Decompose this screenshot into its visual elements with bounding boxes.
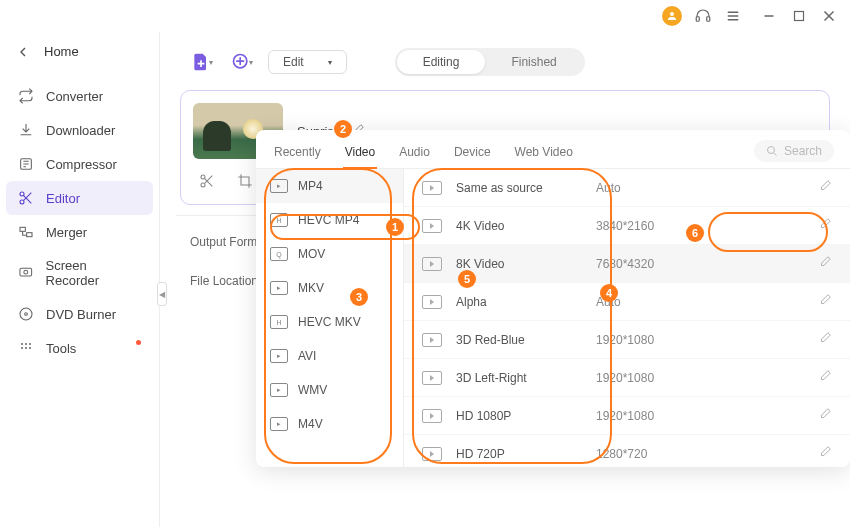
resolution-item[interactable]: 3D Red-Blue1920*1080 (404, 321, 850, 359)
tab-video[interactable]: Video (343, 141, 377, 169)
scissors-icon (18, 190, 34, 206)
edit-preset-icon[interactable] (818, 369, 832, 386)
tab-audio[interactable]: Audio (397, 141, 432, 167)
play-icon (422, 409, 442, 423)
sidebar-item-dvd-burner[interactable]: DVD Burner (0, 297, 159, 331)
format-item-mp4[interactable]: ▸MP4 (256, 169, 403, 203)
format-icon: ▸ (270, 349, 288, 363)
segment-editing[interactable]: Editing (397, 50, 486, 74)
svg-rect-1 (707, 17, 710, 22)
format-icon: H (270, 213, 288, 227)
crop-icon[interactable] (237, 173, 253, 192)
resolution-item[interactable]: HD 720P1280*720 (404, 435, 850, 467)
play-icon (422, 333, 442, 347)
tab-recently[interactable]: Recently (272, 141, 323, 167)
sidebar: Home Converter Downloader Compressor Edi… (0, 32, 160, 527)
sidebar-home[interactable]: Home (0, 36, 159, 67)
play-icon (422, 257, 442, 271)
play-icon (422, 219, 442, 233)
edit-preset-icon[interactable] (818, 255, 832, 272)
format-item-avi[interactable]: ▸AVI (256, 339, 403, 373)
sidebar-home-label: Home (44, 44, 79, 59)
notification-dot (136, 340, 141, 345)
svg-point-20 (21, 343, 23, 345)
sidebar-item-label: Screen Recorder (46, 258, 141, 288)
search-icon (766, 145, 778, 157)
close-button[interactable] (820, 7, 838, 25)
svg-rect-6 (795, 12, 804, 21)
callout-4: 4 (600, 284, 618, 302)
sidebar-item-label: Downloader (46, 123, 115, 138)
cut-icon[interactable] (199, 173, 215, 192)
sidebar-item-tools[interactable]: Tools (0, 331, 159, 365)
play-icon (422, 181, 442, 195)
user-avatar-icon[interactable] (662, 6, 682, 26)
chevron-down-icon: ▾ (328, 58, 332, 67)
callout-2: 2 (334, 120, 352, 138)
popup-search[interactable]: Search (754, 140, 834, 162)
svg-point-21 (25, 343, 27, 345)
sidebar-item-screen-recorder[interactable]: Screen Recorder (0, 249, 159, 297)
edit-preset-icon[interactable] (818, 293, 832, 310)
callout-6: 6 (686, 224, 704, 242)
sidebar-item-label: Tools (46, 341, 76, 356)
sidebar-item-downloader[interactable]: Downloader (0, 113, 159, 147)
edit-preset-icon[interactable] (818, 331, 832, 348)
resolution-item[interactable]: HD 1080P1920*1080 (404, 397, 850, 435)
add-file-button[interactable]: ▾ (188, 48, 216, 76)
format-item-hevc-mkv[interactable]: HHEVC MKV (256, 305, 403, 339)
edit-dropdown[interactable]: Edit ▾ (268, 50, 347, 74)
svg-point-22 (29, 343, 31, 345)
edit-preset-icon[interactable] (818, 179, 832, 196)
toolbar: ▾ ▾ Edit ▾ Editing Finished (176, 40, 834, 84)
tab-device[interactable]: Device (452, 141, 493, 167)
resolution-item[interactable]: 3D Left-Right1920*1080 (404, 359, 850, 397)
svg-point-18 (20, 308, 32, 320)
format-icon: ▸ (270, 281, 288, 295)
sidebar-item-label: Compressor (46, 157, 117, 172)
download-icon (18, 122, 34, 138)
play-icon (422, 371, 442, 385)
status-segment: Editing Finished (395, 48, 585, 76)
play-icon (422, 295, 442, 309)
disc-icon (18, 306, 34, 322)
add-folder-button[interactable]: ▾ (228, 48, 256, 76)
svg-point-28 (201, 183, 205, 187)
format-item-mkv[interactable]: ▸MKV (256, 271, 403, 305)
sidebar-item-merger[interactable]: Merger (0, 215, 159, 249)
format-icon: H (270, 315, 288, 329)
sidebar-item-label: DVD Burner (46, 307, 116, 322)
segment-finished[interactable]: Finished (485, 50, 582, 74)
sidebar-item-compressor[interactable]: Compressor (0, 147, 159, 181)
headset-icon[interactable] (694, 7, 712, 25)
titlebar (0, 0, 850, 32)
sidebar-item-converter[interactable]: Converter (0, 79, 159, 113)
play-icon (422, 447, 442, 461)
format-item-m4v[interactable]: ▸M4V (256, 407, 403, 441)
svg-rect-14 (20, 227, 25, 231)
format-popup: Recently Video Audio Device Web Video Se… (256, 130, 850, 467)
edit-preset-icon[interactable] (818, 445, 832, 462)
resolution-item[interactable]: 4K Video3840*2160 (404, 207, 850, 245)
maximize-button[interactable] (790, 7, 808, 25)
recorder-icon (18, 265, 34, 281)
svg-point-27 (201, 175, 205, 179)
resolution-list: Same as sourceAuto 4K Video3840*2160 8K … (404, 169, 850, 467)
svg-point-10 (20, 192, 24, 196)
format-item-wmv[interactable]: ▸WMV (256, 373, 403, 407)
edit-preset-icon[interactable] (818, 217, 832, 234)
sidebar-item-editor[interactable]: Editor (6, 181, 153, 215)
format-icon: Q (270, 247, 288, 261)
format-item-hevc-mp4[interactable]: HHEVC MP4 (256, 203, 403, 237)
edit-preset-icon[interactable] (818, 407, 832, 424)
svg-point-11 (20, 200, 24, 204)
resolution-item[interactable]: Same as sourceAuto (404, 169, 850, 207)
svg-rect-15 (27, 233, 32, 237)
minimize-button[interactable] (760, 7, 778, 25)
format-item-mov[interactable]: QMOV (256, 237, 403, 271)
callout-1: 1 (386, 218, 404, 236)
menu-icon[interactable] (724, 7, 742, 25)
resolution-item[interactable]: AlphaAuto (404, 283, 850, 321)
tab-webvideo[interactable]: Web Video (513, 141, 575, 167)
svg-point-17 (24, 270, 28, 274)
